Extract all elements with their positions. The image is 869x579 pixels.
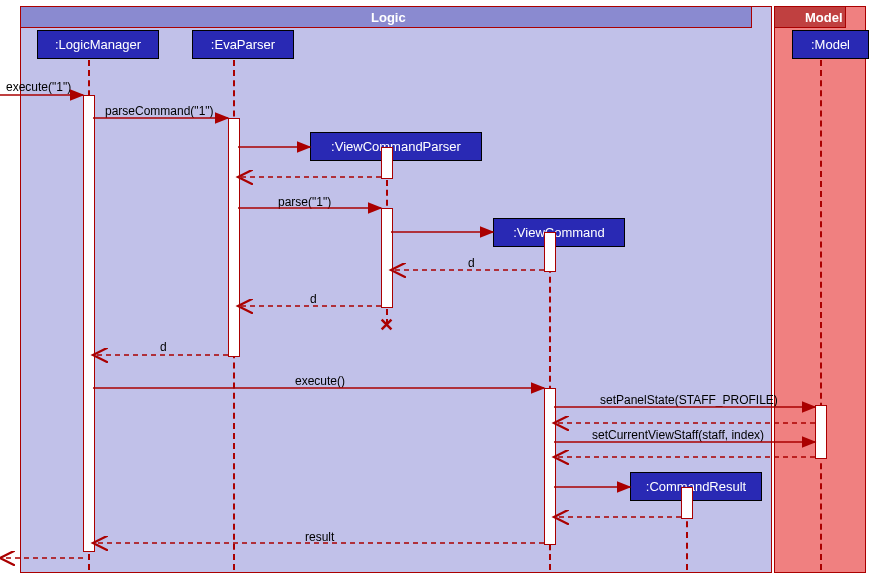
activation-vc-1 <box>544 232 556 272</box>
msg-parsecommand1: parseCommand("1") <box>105 104 214 118</box>
msg-execute1: execute("1") <box>6 80 71 94</box>
msg-execute: execute() <box>295 374 345 388</box>
activation-evaparser <box>228 118 240 357</box>
participant-evaparser: :EvaParser <box>192 30 294 59</box>
destroy-icon: ✕ <box>379 316 394 334</box>
model-frame-label: Model <box>795 7 853 28</box>
activation-cr <box>681 487 693 519</box>
participant-viewcommandparser: :ViewCommandParser <box>310 132 482 161</box>
msg-setcurrentviewstaff: setCurrentViewStaff(staff, index) <box>592 428 764 442</box>
msg-parse1: parse("1") <box>278 195 331 209</box>
msg-result: result <box>305 530 334 544</box>
activation-vc-2 <box>544 388 556 545</box>
participant-logicmanager: :LogicManager <box>37 30 159 59</box>
activation-vcp-1 <box>381 147 393 179</box>
participant-viewcommand: :ViewCommand <box>493 218 625 247</box>
participant-commandresult: :CommandResult <box>630 472 762 501</box>
msg-d2: d <box>310 292 317 306</box>
activation-model <box>815 405 827 459</box>
msg-d3: d <box>160 340 167 354</box>
msg-setpanelstate: setPanelState(STAFF_PROFILE) <box>600 393 778 407</box>
participant-model: :Model <box>792 30 869 59</box>
activation-logicmanager <box>83 95 95 552</box>
lifeline-model <box>820 60 822 570</box>
sequence-diagram: Logic Model :LogicManager :EvaParser :Vi… <box>0 0 869 579</box>
activation-vcp-2 <box>381 208 393 308</box>
logic-frame-label: Logic <box>361 7 416 28</box>
msg-d1: d <box>468 256 475 270</box>
